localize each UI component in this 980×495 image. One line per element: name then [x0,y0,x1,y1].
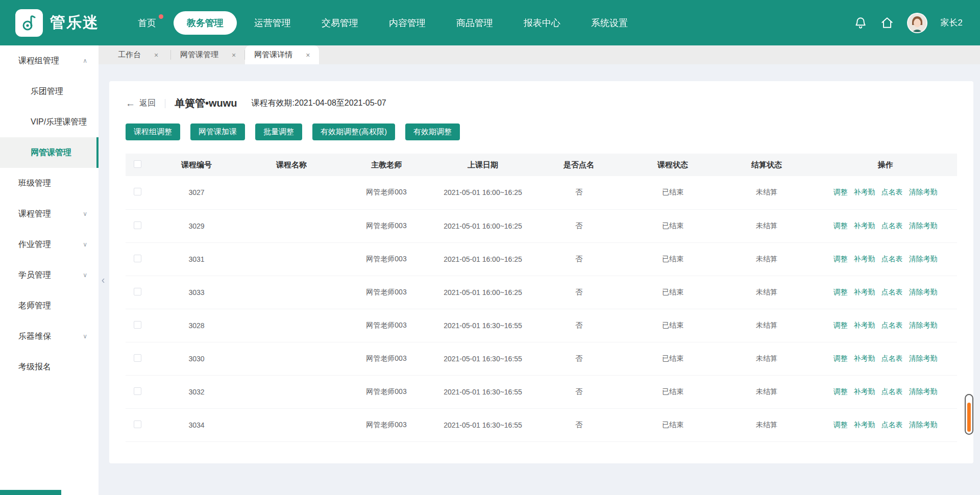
home-icon[interactable] [880,16,894,30]
row-action-link[interactable]: 补考勤 [854,188,875,196]
column-header: 上课日期 [434,154,532,176]
tab[interactable]: 网管课详情× [245,45,319,64]
main-nav: 首页教务管理运营管理交易管理内容管理商品管理报表中心系统设置 [125,11,641,35]
row-checkbox[interactable] [134,387,141,395]
row-checkbox[interactable] [134,420,141,428]
select-all-checkbox[interactable] [134,160,141,168]
sidebar-collapse-icon[interactable]: ‹ [99,269,108,290]
cell-name [244,309,339,342]
row-action-link[interactable]: 调整 [834,255,848,263]
row-action-link[interactable]: 调整 [834,188,848,196]
cell-status: 已结束 [626,342,720,375]
sidebar-item[interactable]: 乐器维保∨ [0,321,99,352]
nav-item[interactable]: 教务管理 [174,11,237,35]
back-button[interactable]: ← 返回 [126,98,156,109]
sidebar-item[interactable]: 老师管理 [0,290,99,321]
music-note-icon [15,9,43,37]
row-action-link[interactable]: 清除考勤 [909,354,938,362]
sidebar-item[interactable]: 学员管理∨ [0,260,99,290]
row-action-link[interactable]: 点名表 [881,321,903,329]
row-action-link[interactable]: 调整 [834,387,848,395]
cell-date: 2021-05-01 16:00~16:25 [434,242,532,276]
row-action-link[interactable]: 点名表 [881,255,903,263]
toolbar-button[interactable]: 批量调整 [255,123,302,140]
row-action-link[interactable]: 调整 [834,420,848,429]
row-action-link[interactable]: 补考勤 [854,387,875,395]
nav-item[interactable]: 内容管理 [376,11,439,35]
row-action-link[interactable]: 补考勤 [854,321,875,329]
sidebar-item[interactable]: 课程组管理∧ [0,45,99,76]
sidebar-item[interactable]: 班级管理 [0,168,99,199]
row-action-link[interactable]: 调整 [834,221,848,230]
cell-name [244,342,339,375]
table-row: 3027网管老师0032021-05-01 16:00~16:25否已结束未结算… [126,176,957,209]
sidebar-item[interactable]: 考级报名 [0,352,99,382]
row-action-link[interactable]: 点名表 [881,288,903,296]
cell-id: 3031 [149,242,244,276]
row-action-link[interactable]: 清除考勤 [909,321,938,329]
close-icon[interactable]: × [154,51,158,59]
user-name[interactable]: 家长2 [941,17,963,29]
nav-item[interactable]: 交易管理 [308,11,372,35]
row-action-link[interactable]: 清除考勤 [909,288,938,296]
row-checkbox[interactable] [134,255,141,262]
nav-item[interactable]: 报表中心 [510,11,574,35]
cell-actions: 调整补考勤点名表清除考勤 [814,176,957,209]
table-row: 3028网管老师0032021-05-01 16:30~16:55否已结束未结算… [126,309,957,342]
bell-icon[interactable] [854,16,867,30]
sidebar-item[interactable]: 作业管理∨ [0,229,99,260]
toolbar-button[interactable]: 有效期调整 [405,123,460,140]
tab[interactable]: 工作台× [109,45,171,64]
toolbar-button[interactable]: 有效期调整(高权限) [312,123,395,140]
top-navbar: 管乐迷 首页教务管理运营管理交易管理内容管理商品管理报表中心系统设置 家长2 [0,0,980,45]
row-action-link[interactable]: 补考勤 [854,288,875,296]
nav-item[interactable]: 运营管理 [241,11,304,35]
nav-item[interactable]: 商品管理 [443,11,506,35]
row-action-link[interactable]: 清除考勤 [909,420,938,429]
row-checkbox[interactable] [134,221,141,229]
row-action-link[interactable]: 补考勤 [854,221,875,230]
sidebar-item[interactable]: 网管课管理 [0,137,99,168]
row-action-link[interactable]: 补考勤 [854,420,875,429]
nav-item[interactable]: 首页 [125,11,169,35]
sidebar-item[interactable]: 课程管理∨ [0,199,99,229]
cell-rollcall: 否 [532,309,626,342]
toolbar-button[interactable]: 网管课加课 [190,123,245,140]
row-action-link[interactable]: 清除考勤 [909,255,938,263]
sidebar-item[interactable]: VIP/乐理课管理 [0,107,99,137]
row-checkbox[interactable] [134,288,141,295]
cell-name [244,242,339,276]
row-checkbox[interactable] [134,321,141,329]
avatar[interactable] [907,13,927,33]
cell-id: 3028 [149,309,244,342]
sidebar-item-label: 班级管理 [18,178,51,189]
close-icon[interactable]: × [306,51,310,59]
row-action-link[interactable]: 点名表 [881,221,903,230]
row-action-link[interactable]: 点名表 [881,420,903,429]
sidebar-item-label: 课程管理 [18,209,51,219]
row-action-link[interactable]: 点名表 [881,188,903,196]
row-action-link[interactable]: 调整 [834,354,848,362]
sidebar-item[interactable]: 乐团管理 [0,76,99,107]
row-action-link[interactable]: 点名表 [881,354,903,362]
sidebar-bottom-strip [0,490,61,495]
app-logo[interactable]: 管乐迷 [15,9,99,37]
row-action-link[interactable]: 调整 [834,288,848,296]
scrollbar-thumb[interactable] [967,403,971,432]
row-action-link[interactable]: 补考勤 [854,354,875,362]
row-action-link[interactable]: 点名表 [881,387,903,395]
row-action-link[interactable]: 清除考勤 [909,188,938,196]
row-action-link[interactable]: 清除考勤 [909,387,938,395]
nav-item[interactable]: 系统设置 [578,11,641,35]
toolbar-button[interactable]: 课程组调整 [126,123,180,140]
detail-header: ← 返回 单簧管•wuwu 课程有效期:2021-04-08至2021-05-0… [126,96,957,110]
page-scrollbar[interactable] [965,394,973,435]
close-icon[interactable]: × [232,51,236,59]
sidebar-item-label: 老师管理 [18,301,51,311]
tab[interactable]: 网管课管理× [171,45,245,64]
row-action-link[interactable]: 清除考勤 [909,221,938,230]
row-checkbox[interactable] [134,354,141,362]
row-action-link[interactable]: 补考勤 [854,255,875,263]
row-checkbox[interactable] [134,188,141,195]
row-action-link[interactable]: 调整 [834,321,848,329]
